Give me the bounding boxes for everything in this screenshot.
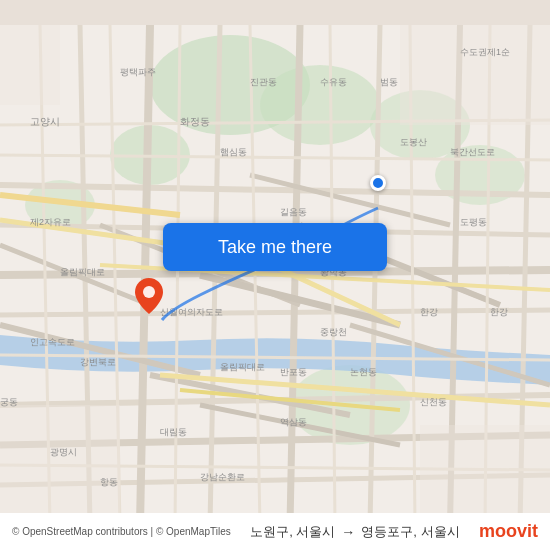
moovit-logo-text: moovit (479, 521, 538, 542)
svg-text:도평동: 도평동 (460, 217, 487, 227)
svg-rect-48 (0, 25, 60, 105)
svg-text:항동: 항동 (100, 477, 118, 487)
svg-text:햄심동: 햄심동 (220, 147, 247, 157)
svg-text:대림동: 대림동 (160, 427, 187, 437)
svg-text:수유동: 수유동 (320, 77, 347, 87)
map-background: 고양시 평택파주 화정동 제2자유로 올림픽대로 인고속도로 궁동 광명시 항동… (0, 0, 550, 550)
svg-text:한강: 한강 (420, 307, 438, 317)
svg-text:올림픽대로: 올림픽대로 (60, 267, 105, 277)
svg-text:논현동: 논현동 (350, 367, 377, 377)
svg-text:범동: 범동 (380, 77, 398, 87)
svg-rect-50 (0, 405, 120, 525)
moovit-logo: moovit (479, 521, 538, 542)
svg-text:평택파주: 평택파주 (120, 67, 156, 77)
svg-text:강남순환로: 강남순환로 (200, 472, 245, 482)
svg-text:수도권제1순: 수도권제1순 (460, 47, 510, 57)
attribution-text: © OpenStreetMap contributors | © OpenMap… (12, 526, 231, 537)
svg-text:길음동: 길음동 (280, 207, 307, 217)
svg-text:도봉산: 도봉산 (400, 137, 427, 147)
svg-text:역삼동: 역삼동 (280, 417, 307, 427)
svg-text:신천동: 신천동 (420, 397, 447, 407)
svg-text:중랑천: 중랑천 (320, 327, 347, 337)
destination-marker (370, 175, 386, 191)
svg-point-83 (143, 286, 155, 298)
svg-text:인고속도로: 인고속도로 (30, 337, 75, 347)
svg-text:고양시: 고양시 (30, 116, 60, 127)
svg-rect-51 (420, 425, 550, 525)
map-container: 고양시 평택파주 화정동 제2자유로 올림픽대로 인고속도로 궁동 광명시 항동… (0, 0, 550, 550)
svg-text:진관동: 진관동 (250, 77, 277, 87)
svg-text:제2자유로: 제2자유로 (30, 217, 71, 227)
svg-text:한강: 한강 (490, 307, 508, 317)
route-destination: 영등포구, 서울시 (361, 523, 459, 541)
svg-text:광명시: 광명시 (50, 447, 77, 457)
bottom-bar: © OpenStreetMap contributors | © OpenMap… (0, 513, 550, 550)
take-me-there-button[interactable]: Take me there (163, 223, 387, 271)
svg-text:올림픽대로: 올림픽대로 (220, 362, 265, 372)
svg-text:반포동: 반포동 (280, 367, 307, 377)
route-info: 노원구, 서울시 → 영등포구, 서울시 (250, 523, 459, 541)
route-arrow: → (341, 524, 355, 540)
svg-text:강변북로: 강변북로 (80, 357, 116, 367)
origin-marker (135, 278, 163, 314)
route-origin: 노원구, 서울시 (250, 523, 335, 541)
svg-rect-49 (400, 25, 550, 125)
svg-text:화정동: 화정동 (180, 116, 210, 127)
svg-text:북간선도로: 북간선도로 (450, 147, 495, 157)
svg-text:궁동: 궁동 (0, 397, 18, 407)
